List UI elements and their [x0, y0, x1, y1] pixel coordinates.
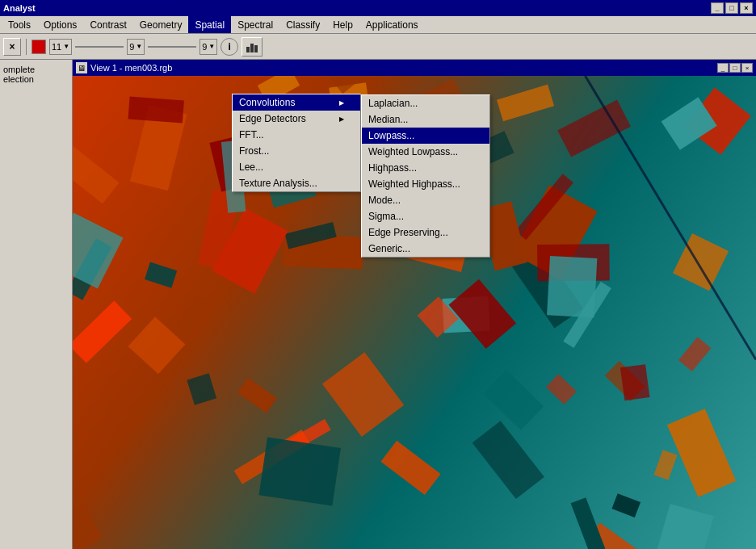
- menu-item-fft[interactable]: FFT...: [233, 127, 360, 143]
- menu-item-highpass[interactable]: Highpass...: [362, 160, 489, 176]
- close-button[interactable]: ×: [740, 2, 753, 14]
- minimize-button[interactable]: _: [711, 2, 724, 14]
- view-icon: 🖥: [76, 62, 87, 73]
- toolbar-line-2: [148, 46, 196, 48]
- spatial-dropdown-menu: Convolutions ▶ Edge Detectors ▶ FFT... F…: [232, 94, 361, 192]
- maximize-button[interactable]: □: [725, 2, 738, 14]
- band-selector-3-arrow: ▼: [208, 43, 215, 50]
- menu-bar: Tools Options Contrast Geometry Spatial …: [0, 16, 756, 34]
- menu-item-convolutions[interactable]: Convolutions ▶: [233, 94, 360, 111]
- menu-tools[interactable]: Tools: [2, 16, 37, 33]
- menu-item-frost[interactable]: Frost...: [233, 143, 360, 159]
- menu-classify[interactable]: Classify: [279, 16, 326, 33]
- app-title: Analyst: [3, 3, 36, 13]
- info-button[interactable]: i: [220, 38, 238, 56]
- menu-item-weighted-highpass[interactable]: Weighted Highpass...: [362, 176, 489, 192]
- menu-item-median[interactable]: Median...: [362, 111, 489, 128]
- menu-contrast[interactable]: Contrast: [83, 16, 132, 33]
- title-bar-buttons: _ □ ×: [711, 2, 753, 14]
- menu-item-edge-detectors[interactable]: Edge Detectors ▶: [233, 111, 360, 127]
- menu-spectral[interactable]: Spectral: [231, 16, 279, 33]
- view-close-btn[interactable]: ×: [741, 63, 753, 73]
- band-selector-2-arrow: ▼: [136, 43, 142, 50]
- menu-help[interactable]: Help: [326, 16, 359, 33]
- toolbar-line-1: [75, 46, 124, 48]
- panel-text-complete: omplete election: [2, 63, 70, 86]
- red-channel-indicator: [32, 40, 46, 54]
- toolbar-separator-1: [26, 39, 27, 55]
- menu-item-sigma[interactable]: Sigma...: [362, 208, 489, 224]
- menu-item-texture-analysis[interactable]: Texture Analysis...: [233, 175, 360, 191]
- menu-item-laplacian[interactable]: Laplacian...: [362, 95, 489, 111]
- band-value-3: 9: [202, 42, 207, 52]
- toolbar-close-button[interactable]: ×: [3, 38, 21, 56]
- chart-button[interactable]: [242, 37, 262, 57]
- convolutions-submenu: Laplacian... Median... Lowpass... Weight…: [361, 94, 490, 258]
- side-panel: omplete election: [0, 60, 73, 549]
- menu-applications[interactable]: Applications: [359, 16, 425, 33]
- band-selector-1-arrow: ▼: [63, 43, 69, 50]
- content-area: omplete election 🖥 View 1 - men003.rgb _…: [0, 60, 756, 549]
- view-title: View 1 - men003.rgb: [90, 63, 172, 73]
- toolbar: × 11 ▼ 9 ▼ 9 ▼ i: [0, 34, 756, 60]
- view-maximize-btn[interactable]: □: [729, 63, 741, 73]
- chart-icon: [246, 40, 258, 53]
- menu-item-lee[interactable]: Lee...: [233, 159, 360, 175]
- edge-detectors-arrow: ▶: [339, 115, 344, 123]
- band-value-1: 11: [52, 42, 61, 52]
- convolutions-arrow: ▶: [339, 99, 344, 107]
- view-title-bar: 🖥 View 1 - men003.rgb _ □ ×: [73, 60, 756, 76]
- menu-options[interactable]: Options: [37, 16, 83, 33]
- menu-item-weighted-lowpass[interactable]: Weighted Lowpass...: [362, 144, 489, 160]
- view-title-buttons: _ □ ×: [717, 63, 753, 73]
- menu-item-generic[interactable]: Generic...: [362, 241, 489, 257]
- svg-rect-2: [254, 45, 258, 52]
- menu-item-mode[interactable]: Mode...: [362, 192, 489, 208]
- svg-rect-0: [246, 47, 250, 52]
- band-selector-3[interactable]: 9 ▼: [200, 39, 217, 55]
- menu-geometry[interactable]: Geometry: [133, 16, 189, 33]
- svg-rect-1: [250, 44, 254, 52]
- menu-spatial[interactable]: Spatial: [188, 16, 231, 33]
- menu-item-edge-preserving[interactable]: Edge Preserving...: [362, 224, 489, 241]
- image-window: 🖥 View 1 - men003.rgb _ □ × Convolutions…: [73, 60, 756, 549]
- band-selector-1[interactable]: 11 ▼: [49, 39, 72, 55]
- band-value-2: 9: [129, 42, 134, 52]
- menu-item-lowpass[interactable]: Lowpass...: [362, 128, 489, 144]
- view-minimize-btn[interactable]: _: [717, 63, 729, 73]
- band-selector-2[interactable]: 9 ▼: [127, 39, 145, 55]
- title-bar: Analyst _ □ ×: [0, 0, 756, 16]
